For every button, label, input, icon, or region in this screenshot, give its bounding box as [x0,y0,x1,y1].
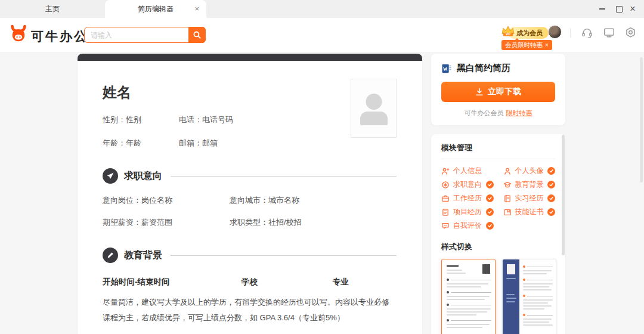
field-position[interactable]: 意向岗位：岗位名称 [103,195,230,206]
module-checked-icon[interactable] [486,194,494,202]
header-divider [570,28,571,38]
module-grid: 个人信息 个人头像 求职意向 教育背景 工作经历 [441,164,555,233]
search-button[interactable] [188,27,206,43]
member-promo-tooltip: 会员限时特惠× [501,40,552,50]
section-title: 教育背景 [124,249,162,262]
style-thumbnails [441,259,555,334]
download-icon [475,88,484,96]
module-checked-icon[interactable] [486,208,494,216]
field-salary[interactable]: 期望薪资：薪资范围 [103,217,230,228]
download-button[interactable]: 立即下载 [441,82,555,102]
search-icon [193,30,202,39]
limited-offer-link[interactable]: 限时特惠 [506,109,532,116]
download-card: 黑白简约简历 立即下载 可牛办公会员限时特惠 [431,54,565,125]
module-checked-icon[interactable] [547,181,555,188]
style-thumbnail-2[interactable] [502,259,556,334]
page-scrollbar-thumb[interactable] [640,57,643,183]
tab-bar: 主页 简历编辑器 × [0,0,644,18]
module-avatar[interactable]: 个人头像 [503,164,556,178]
vip-crown-icon: VIP [500,24,516,39]
module-internship[interactable]: 实习经历 [503,191,556,205]
module-checked-icon[interactable] [486,181,494,188]
keniu-logo-icon [8,24,29,45]
monitor-icon[interactable] [603,26,615,39]
style-switch-title: 样式切换 [441,242,555,252]
resume-info-row: 年龄：年龄 邮箱：邮箱 [103,138,397,149]
window-minimize-button[interactable] [596,3,608,15]
settings-gear-icon[interactable] [624,26,637,39]
tooltip-close-icon[interactable]: × [545,42,549,48]
resume-top-bar [78,54,422,61]
info-age[interactable]: 年龄：年龄 [103,138,179,149]
graduation-cap-icon [503,181,512,189]
paper-plane-icon [103,168,118,184]
user-avatar[interactable] [548,25,562,39]
main-area: 姓名 性别：性别 电话：电话号码 年龄：年龄 邮箱：邮箱 求职意向 [0,54,644,334]
person-plus-icon [441,167,450,175]
field-type[interactable]: 求职类型：社招/校招 [230,217,302,228]
module-personal-info[interactable]: 个人信息 [441,164,494,178]
document-title: 黑白简约简历 [457,63,510,74]
search-box [84,27,206,43]
module-work-experience[interactable]: 工作经历 [441,191,494,205]
module-checked-icon[interactable] [547,167,555,175]
logo-text: 可牛办公 [31,28,88,45]
pen-icon [103,248,118,263]
person-silhouette-icon [366,94,382,110]
window-maximize-button[interactable] [613,3,625,15]
style-thumbnail-1-selected[interactable] [441,259,496,334]
comment-icon [441,222,450,230]
module-certificates[interactable]: 技能证书 [503,205,556,219]
member-promo-text: 会员限时特惠 [505,41,543,48]
app-header: 可牛办公 VIP 成为会员 会员限时特惠× [0,18,644,53]
window-close-button[interactable] [627,3,639,15]
education-columns: 开始时间-结束时间 学校 专业 [103,277,397,287]
notebook-icon [503,194,512,203]
thumbnail-photo [507,264,515,274]
module-checked-icon[interactable] [486,222,494,230]
module-education[interactable]: 教育背景 [503,178,556,191]
module-job-intention[interactable]: 求职意向 [441,178,494,191]
certificate-icon [503,208,512,217]
module-checked-icon[interactable] [547,194,555,202]
info-gender[interactable]: 性别：性别 [103,115,179,125]
briefcase-icon [441,194,450,203]
section-education: 教育背景 [103,248,397,263]
become-member-label: 成为会员 [516,29,543,36]
tab-home[interactable]: 主页 [0,0,105,18]
word-doc-icon [441,63,452,74]
person-icon [503,167,512,175]
module-projects[interactable]: 项目经历 [441,205,494,219]
thumbnail-photo [482,264,490,274]
education-hint-text[interactable]: 尽量简洁，建议写大学及以上的学历，有留学交换的经历也可以写。内容以专业必修课程为… [103,295,397,326]
resume-body: 姓名 性别：性别 电话：电话号码 年龄：年龄 邮箱：邮箱 求职意向 [78,61,422,334]
panel-scrollbar-thumb[interactable] [562,135,565,255]
tab-resume-editor-label: 简历编辑器 [138,5,174,13]
target-icon [441,181,450,189]
svg-text:VIP: VIP [506,33,511,36]
tab-close-icon[interactable]: × [194,0,199,18]
module-management-card: 模块管理 个人信息 个人头像 求职意向 教育背景 [431,134,565,334]
module-management-title: 模块管理 [441,143,555,153]
section-job-intention: 求职意向 [103,168,397,184]
tab-resume-editor[interactable]: 简历编辑器 × [105,0,206,18]
member-text: 可牛办公会员 [465,109,504,116]
download-label: 立即下载 [488,86,521,97]
field-city[interactable]: 意向城市：城市名称 [230,195,299,206]
search-input[interactable] [85,27,187,42]
module-checked-icon[interactable] [547,208,555,216]
info-email[interactable]: 邮箱：邮箱 [179,138,397,149]
module-self-evaluation[interactable]: 自我评价 [441,219,494,233]
resume-preview: 姓名 性别：性别 电话：电话号码 年龄：年龄 邮箱：邮箱 求职意向 [78,54,422,334]
resume-photo-placeholder[interactable] [351,79,397,138]
section-title: 求职意向 [124,170,162,183]
document-icon [441,208,450,217]
customer-service-icon[interactable] [581,26,593,39]
